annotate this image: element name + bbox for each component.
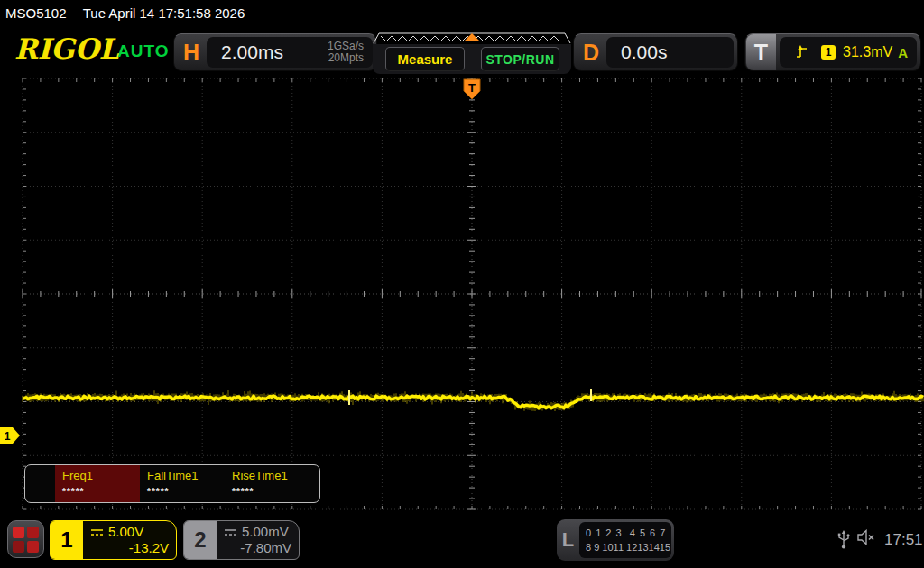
nav-square (27, 527, 39, 538)
trigger-inset: 1 31.3mV A (780, 37, 917, 68)
oscilloscope-screen: MSO5102 Tue April 14 17:51:58 2026 RIGOL… (0, 0, 924, 568)
dc-coupling-icon (224, 527, 237, 536)
waveform-overview-bar[interactable] (373, 31, 571, 45)
nav-square (13, 541, 24, 553)
model-label: MSO5102 (5, 5, 67, 21)
delay-panel[interactable]: D 0.00s (573, 33, 738, 71)
measurement-value: ***** (147, 487, 225, 497)
channel-2-status[interactable]: 2 5.00mV -7.80mV (183, 520, 300, 560)
logic-channels-box: 0 1 2 3 4 5 6 7 8 9 1011 12131415 (579, 522, 671, 558)
logic-channels-row2: 8 9 1011 12131415 (586, 540, 671, 554)
header-bar: RIGOL AUTO H 2.00ms 1GSa/s 20Mpts Measur… (0, 27, 924, 77)
measurement-label: FallTime1 (147, 469, 225, 482)
clock-display: 17:51 (884, 531, 923, 549)
horizontal-inset: 2.00ms 1GSa/s 20Mpts (207, 37, 373, 68)
channel-1-number: 1 (51, 521, 83, 559)
channel-2-number: 2 (184, 521, 217, 559)
channel1-ground-marker[interactable]: 1 (0, 427, 20, 444)
datetime-label: Tue April 14 17:51:58 2026 (83, 5, 245, 21)
horizontal-h-label: H (183, 40, 199, 66)
bottom-status-bar: 1 5.00V -13.2V 2 5.00mV (0, 511, 924, 568)
channel-2-offset: -7.80mV (224, 540, 291, 555)
measurement-readout-box: Freq1 ***** FallTime1 ***** RiseTime1 **… (24, 464, 320, 503)
logic-l-label: L (557, 528, 579, 552)
logic-analyzer-status[interactable]: L 0 1 2 3 4 5 6 7 8 9 1011 12131415 (557, 519, 674, 561)
delay-inset: 0.00s (606, 37, 734, 68)
waveform-display: T1 (0, 77, 924, 511)
dc-coupling-icon (90, 527, 104, 536)
measurement-item-freq1[interactable]: Freq1 ***** (55, 465, 140, 502)
channel-2-values: 5.00mV -7.80mV (217, 521, 299, 559)
channel-1-offset: -13.2V (90, 540, 169, 555)
trigger-position-marker[interactable]: T (464, 79, 480, 99)
horizontal-timebase-panel[interactable]: H 2.00ms 1GSa/s 20Mpts (173, 33, 377, 71)
trigger-t-label: T (746, 34, 776, 70)
memory-depth-value: 20Mpts (328, 52, 364, 64)
measurement-label: Freq1 (62, 469, 140, 482)
topbar: MSO5102 Tue April 14 17:51:58 2026 (0, 0, 924, 27)
acquire-mode-label: AUTO (117, 41, 169, 61)
measurement-item-risetime1[interactable]: RiseTime1 ***** (225, 465, 310, 502)
channel-1-status[interactable]: 1 5.00V -13.2V (50, 520, 177, 560)
measurement-value: ***** (62, 487, 140, 497)
waveform-overview-graphic (373, 31, 571, 45)
nav-square (27, 541, 39, 553)
timebase-value: 2.00ms (221, 41, 283, 63)
measurement-value: ***** (232, 487, 310, 497)
usb-device-icon[interactable] (836, 530, 852, 550)
delay-value: 0.00s (621, 41, 667, 63)
stop-run-button[interactable]: STOP/RUN (481, 47, 559, 71)
svg-text:1: 1 (5, 430, 11, 443)
function-navigation-icon[interactable] (7, 520, 44, 558)
trigger-sweep-mode: A (898, 45, 908, 60)
rigol-logo: RIGOL (14, 32, 119, 65)
channel-1-scale: 5.00V (108, 524, 143, 539)
acquisition-info: 1GSa/s 20Mpts (328, 41, 364, 64)
edge-rising-trigger-icon (794, 45, 808, 60)
measurement-label: RiseTime1 (232, 469, 310, 482)
measurement-item-falltime1[interactable]: FallTime1 ***** (140, 465, 225, 502)
svg-text:T: T (468, 81, 476, 95)
trigger-level-value: 31.3mV (843, 44, 892, 60)
trigger-source-badge: 1 (821, 45, 836, 60)
delay-d-label: D (583, 40, 599, 66)
nav-square (13, 527, 24, 538)
measure-button[interactable]: Measure (385, 47, 465, 71)
speaker-muted-icon[interactable] (856, 529, 878, 545)
channel-2-scale: 5.00mV (242, 524, 289, 539)
graticule-area[interactable]: T1 Freq1 ***** FallTime1 ***** RiseTime1… (0, 77, 924, 511)
logic-channels-row1: 0 1 2 3 4 5 6 7 (586, 526, 671, 540)
trigger-panel[interactable]: T 1 31.3mV A (744, 33, 921, 71)
channel-1-values: 5.00V -13.2V (83, 521, 176, 559)
